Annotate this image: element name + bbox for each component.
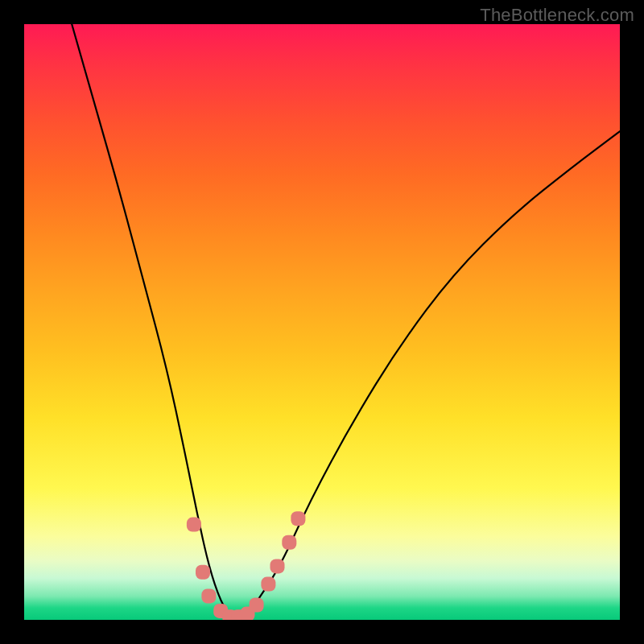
curve-marker — [261, 577, 275, 592]
curve-svg — [24, 24, 620, 620]
curve-marker — [282, 535, 296, 550]
watermark-text: TheBottleneck.com — [480, 5, 634, 26]
plot-area — [24, 24, 620, 620]
curve-marker — [291, 511, 305, 526]
curve-marker — [250, 598, 264, 613]
curve-marker — [201, 588, 216, 603]
curve-markers — [187, 511, 306, 620]
curve-marker — [270, 559, 285, 573]
bottleneck-curve — [72, 24, 620, 620]
curve-marker — [187, 518, 201, 532]
chart-frame: TheBottleneck.com — [0, 0, 644, 644]
curve-marker — [196, 565, 210, 580]
